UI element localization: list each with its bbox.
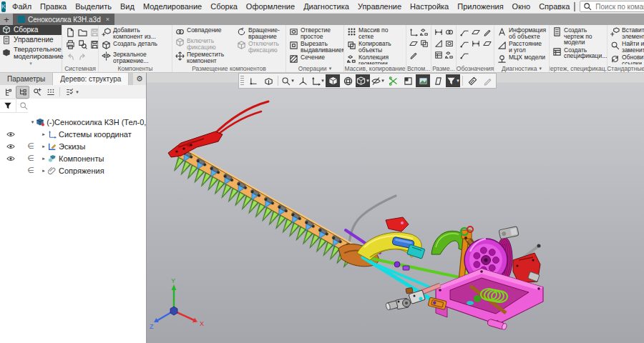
designation-base-button[interactable] <box>459 49 469 61</box>
menu-window[interactable]: Окно <box>508 1 535 13</box>
aux-plane2-button[interactable] <box>419 38 429 49</box>
distance-angle-button[interactable]: Расстояние и угол <box>497 40 547 54</box>
teal-block[interactable] <box>407 244 425 259</box>
hidden-lines-button[interactable]: ▾ <box>356 74 370 87</box>
group-label-diagnostics[interactable]: Диагностика ▾ <box>494 64 549 72</box>
tree-row-components[interactable]: ∈ ▸ Компоненты <box>0 152 146 164</box>
enable-fixation-button[interactable]: Включить фиксацию <box>175 37 235 51</box>
expand-arrow-icon[interactable]: ▸ <box>40 156 47 161</box>
zoom-tool-button[interactable]: ▾ <box>280 74 295 87</box>
expand-arrow-icon[interactable]: ▸ <box>40 144 47 149</box>
mirror-button[interactable]: Зеркальное отражение... <box>101 51 170 64</box>
expand-arrow-icon[interactable]: ▸ <box>40 131 47 137</box>
red-bracket[interactable] <box>386 217 409 232</box>
universal-joint[interactable] <box>386 287 426 310</box>
mate-filter-icon[interactable]: ∈ <box>21 166 40 175</box>
hide-objects-button[interactable]: ▾ <box>371 74 385 87</box>
tree-row-root[interactable]: ▾ (-)Сенокосилка КЗН (Тел-0, Сборочн <box>0 116 146 128</box>
tab-close-icon[interactable]: × <box>106 16 109 23</box>
menu-help[interactable]: Справка <box>535 1 574 13</box>
3d-viewport[interactable]: ▾ ▾ ▾ ▾ ▾ <box>147 73 644 343</box>
new-document-button[interactable] <box>64 26 76 39</box>
zoom-fit-button[interactable] <box>296 74 310 87</box>
panel-gear-button[interactable]: ⚙ <box>133 73 146 85</box>
menu-assembly[interactable]: Сборка <box>206 1 242 13</box>
disable-fixation-button[interactable]: Отключить фиксацию <box>236 40 285 54</box>
menu-layout[interactable]: Оформление <box>242 1 299 13</box>
tree-view-composition-button[interactable] <box>31 86 43 98</box>
dim-mark-button[interactable] <box>444 49 454 61</box>
save-button[interactable] <box>89 26 98 39</box>
clip-box-button[interactable] <box>401 74 415 87</box>
menu-file[interactable]: Файл <box>8 1 36 13</box>
simple-hole-button[interactable]: Отверстие простое <box>288 26 341 40</box>
designation-weld-button[interactable] <box>459 38 469 49</box>
command-search-input[interactable] <box>594 2 644 11</box>
mate-filter-icon[interactable]: ∈ <box>21 141 40 151</box>
shaded-display-button[interactable] <box>326 74 340 87</box>
open-button[interactable] <box>77 26 88 39</box>
menu-management[interactable]: Управление <box>353 1 406 13</box>
tab-tree-structure[interactable]: Дерево: структура <box>53 73 129 85</box>
collapse-arrow-icon[interactable]: ▾ <box>30 119 35 125</box>
app-logo-icon[interactable]: K <box>1 1 6 12</box>
section-view-button[interactable] <box>416 74 430 87</box>
command-search[interactable] <box>580 1 644 12</box>
menu-applications[interactable]: Приложения <box>453 1 507 13</box>
tree-row-mates[interactable]: ∈ ▸ Сопряжения <box>0 164 146 177</box>
orientation-button[interactable] <box>261 74 275 87</box>
menu-settings[interactable]: Настройка <box>406 1 453 13</box>
modes-collapse-chevron[interactable]: ▾ <box>0 61 62 66</box>
mode-assembly[interactable]: Сборка <box>0 25 62 35</box>
perspective-button[interactable] <box>431 74 445 87</box>
mower-assembly-model[interactable]: Y X Z <box>147 73 644 343</box>
dim-diameter-button[interactable] <box>444 38 454 49</box>
new-tab-button[interactable]: + <box>0 14 13 25</box>
copy-objects-button[interactable]: Копировать объекты <box>346 40 404 54</box>
visibility-eye-icon[interactable] <box>0 130 21 139</box>
group-label-operations[interactable]: Операции ▾ <box>286 64 343 72</box>
dim-linear-button[interactable] <box>434 26 444 38</box>
mode-management[interactable]: Управление <box>0 35 62 45</box>
menu-edit[interactable]: Правка <box>36 1 71 13</box>
tree-row-coordinate-systems[interactable]: ▸ Системы координат <box>0 128 146 140</box>
geometry-collection-button[interactable]: Коллекция геометрии <box>346 54 404 64</box>
window-layout-icon[interactable] <box>574 2 575 11</box>
designation-tol-button[interactable] <box>482 38 492 49</box>
undo-button[interactable] <box>64 51 76 63</box>
object-info-button[interactable]: Информация об объекте <box>497 26 547 40</box>
designation-datum-button[interactable] <box>470 26 481 38</box>
wireframe-display-button[interactable] <box>341 74 355 87</box>
bearing-housing[interactable] <box>499 227 519 239</box>
tree-view-list-button[interactable] <box>2 86 14 98</box>
aux-point-button[interactable] <box>409 26 419 38</box>
toolbar-grip-handle[interactable] <box>240 76 244 86</box>
print-button[interactable] <box>64 39 76 51</box>
redo-button[interactable] <box>77 51 88 63</box>
create-part-button[interactable]: Создать деталь <box>101 40 170 51</box>
rotation-rotation-button[interactable]: Вращение-вращение <box>236 26 285 40</box>
save-as-button[interactable] <box>89 39 98 51</box>
mcx-model-button[interactable]: МЦХ модели <box>497 54 547 64</box>
cutter-bar[interactable] <box>168 146 362 273</box>
find-replace-button[interactable]: Найти и заменить <box>610 40 644 54</box>
filter-funnel-button[interactable] <box>0 99 16 112</box>
mode-solid-modeling[interactable]: Твердотельное моделирование <box>0 45 62 61</box>
menu-diagnostics[interactable]: Диагностика <box>299 1 353 13</box>
filter-objects-button[interactable]: ▾ <box>446 74 460 87</box>
tree-view-grid-button[interactable] <box>44 86 57 98</box>
designation-leader-button[interactable] <box>459 26 469 38</box>
tab-parameters[interactable]: Параметры <box>0 73 53 85</box>
grid-array-button[interactable]: Массив по сетке <box>346 26 404 40</box>
add-component-button[interactable]: Добавить компонент из... <box>101 26 170 40</box>
designation-pos-button[interactable] <box>470 38 481 49</box>
document-tab[interactable]: Сенокосилка КЗН.a3d × <box>13 14 114 25</box>
menu-modeling[interactable]: Моделирование <box>139 1 206 13</box>
menu-select[interactable]: Выделить <box>71 1 116 13</box>
visibility-eye-icon[interactable] <box>0 154 21 163</box>
outer-shoe[interactable] <box>168 101 268 157</box>
aux-pipe-button[interactable] <box>419 26 429 38</box>
section-button[interactable]: Сечение <box>288 54 341 64</box>
visibility-eye-icon[interactable] <box>0 142 21 151</box>
aux-plane-button[interactable] <box>409 38 419 49</box>
